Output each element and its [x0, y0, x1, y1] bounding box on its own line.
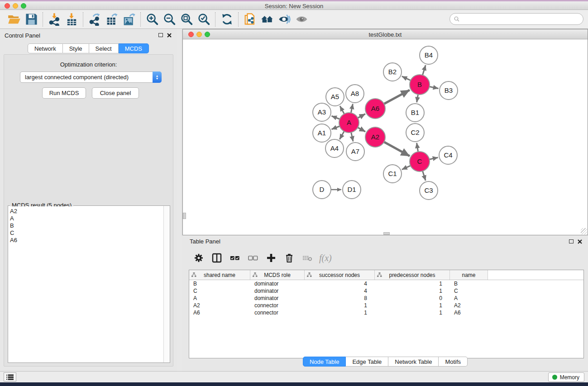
attribute-type-icon	[377, 272, 382, 277]
float-panel-icon[interactable]	[569, 239, 574, 243]
tab-motifs[interactable]: Motifs	[439, 357, 468, 367]
refresh-button[interactable]	[218, 12, 235, 27]
graph-node-A2[interactable]: A2	[365, 127, 385, 147]
toolbar-separator	[215, 12, 215, 27]
zoom-selected-icon	[197, 13, 210, 26]
graph-node-B2[interactable]: B2	[383, 63, 402, 81]
graph-node-A8[interactable]: A8	[346, 85, 364, 103]
table-row[interactable]: Cdominator41C	[189, 287, 583, 295]
network-window-title: testGlobe.txt	[183, 31, 588, 38]
cell-successor-nodes: 8	[305, 295, 375, 302]
zoom-in-button[interactable]	[143, 12, 161, 27]
tab-style[interactable]: Style	[63, 43, 89, 53]
graph-node-A1[interactable]: A1	[313, 124, 331, 142]
graph-node-A3[interactable]: A3	[313, 103, 331, 121]
home-button[interactable]	[258, 12, 276, 27]
network-canvas[interactable]: AA1A2A3A4A5A6A7A8BB1B2B3B4CC1C2C3C4DD1	[183, 40, 588, 235]
export-image-button[interactable]	[120, 12, 138, 27]
memory-button[interactable]: Memory	[548, 372, 584, 382]
run-mcds-button[interactable]: Run MCDS	[42, 87, 86, 99]
svg-text:C3: C3	[424, 186, 433, 194]
tab-network-table[interactable]: Network Table	[388, 357, 439, 367]
export-table-button[interactable]	[103, 12, 120, 27]
function-builder-button[interactable]: f(x)	[319, 253, 332, 263]
network-hscroll-thumb[interactable]	[383, 232, 390, 235]
search-field[interactable]	[449, 13, 583, 25]
mcds-result-item[interactable]: B	[8, 222, 163, 229]
create-column-button[interactable]	[263, 251, 279, 265]
graph-node-C1[interactable]: C1	[383, 165, 402, 183]
delete-table-button[interactable]	[299, 251, 316, 265]
mcds-result-item[interactable]: A2	[8, 208, 163, 215]
mcds-result-scrollbar[interactable]	[163, 206, 170, 362]
close-panel-button[interactable]: Close panel	[92, 87, 139, 99]
show-all-button[interactable]	[293, 12, 310, 27]
import-network-button[interactable]	[46, 12, 63, 27]
zoom-out-button[interactable]	[161, 12, 178, 27]
graph-node-B1[interactable]: B1	[406, 104, 424, 122]
tab-select[interactable]: Select	[89, 43, 119, 53]
graph-node-A7[interactable]: A7	[346, 143, 364, 161]
search-input[interactable]	[460, 14, 583, 24]
table-row[interactable]: A2connector11A2	[189, 302, 583, 309]
graph-node-B4[interactable]: B4	[420, 46, 438, 64]
network-vscroll-thumb[interactable]	[183, 213, 186, 219]
graph-node-D1[interactable]: D1	[343, 181, 361, 199]
open-network-file-button[interactable]	[241, 12, 258, 27]
mcds-result-item[interactable]: A6	[8, 237, 163, 244]
import-table-button[interactable]	[63, 12, 80, 27]
column-header-shared-name[interactable]: shared name	[189, 270, 250, 280]
zoom-fit-icon	[180, 13, 193, 26]
graph-node-A4[interactable]: A4	[325, 139, 344, 157]
close-panel-icon[interactable]	[577, 238, 583, 244]
graph-node-D[interactable]: D	[313, 181, 331, 199]
mcds-result-list: A2ABCA6	[8, 206, 163, 362]
graph-node-A5[interactable]: A5	[326, 88, 344, 106]
svg-text:C2: C2	[411, 129, 419, 136]
cell-name: B	[450, 280, 488, 287]
graph-node-C2[interactable]: C2	[406, 124, 424, 142]
close-panel-icon[interactable]	[167, 32, 172, 38]
select-all-columns-button[interactable]	[227, 251, 243, 265]
hide-selected-button[interactable]	[276, 12, 293, 27]
column-header-name[interactable]: name	[450, 270, 488, 280]
graph-node-B3[interactable]: B3	[440, 81, 458, 100]
window-resize-grip[interactable]	[581, 228, 587, 234]
optimization-criterion-label: Optimization criterion:	[4, 61, 173, 68]
tab-node-table[interactable]: Node Table	[303, 357, 346, 367]
column-header-successor-nodes[interactable]: successor nodes	[305, 270, 375, 280]
svg-text:D1: D1	[347, 186, 356, 193]
mcds-result-item[interactable]: A	[8, 215, 163, 222]
criterion-select[interactable]: largest connected component (directed) ▲…	[20, 71, 162, 83]
graph-node-A[interactable]: A	[339, 113, 359, 133]
tab-mcds[interactable]: MCDS	[119, 43, 149, 53]
graph-node-C3[interactable]: C3	[420, 181, 438, 200]
deselect-all-columns-button[interactable]	[245, 251, 261, 265]
graph-node-B[interactable]: B	[410, 75, 430, 95]
graph-node-C[interactable]: C	[410, 152, 430, 172]
tab-edge-table[interactable]: Edge Table	[346, 357, 388, 367]
float-panel-icon[interactable]	[158, 33, 163, 37]
save-session-button[interactable]	[23, 12, 40, 27]
control-panel-tabs: NetworkStyleSelectMCDS	[0, 43, 177, 53]
table-row[interactable]: A6connector11A6	[189, 309, 583, 316]
graph-node-C4[interactable]: C4	[439, 146, 457, 164]
show-column-button[interactable]	[209, 251, 225, 265]
graph-node-A6[interactable]: A6	[365, 99, 385, 119]
table-row[interactable]: Adominator80A	[189, 295, 583, 302]
table-row[interactable]: Bdominator41B	[189, 280, 583, 287]
unchecked-boxes-icon	[248, 253, 258, 263]
column-header-predecessor-nodes[interactable]: predecessor nodes	[375, 270, 450, 280]
export-network-button[interactable]	[86, 12, 103, 27]
delete-column-button[interactable]	[281, 251, 297, 265]
open-session-button[interactable]	[5, 12, 23, 27]
mcds-result-item[interactable]: C	[8, 229, 163, 237]
zoom-fit-button[interactable]	[178, 12, 195, 27]
column-header-mcds-role[interactable]: MCDS role	[250, 270, 305, 280]
zoom-selected-button[interactable]	[195, 12, 212, 27]
task-history-button[interactable]	[4, 372, 16, 381]
svg-text:A5: A5	[331, 93, 339, 100]
table-settings-button[interactable]	[191, 251, 207, 265]
cell-mcds-role: dominator	[250, 287, 305, 295]
tab-network[interactable]: Network	[28, 43, 63, 53]
